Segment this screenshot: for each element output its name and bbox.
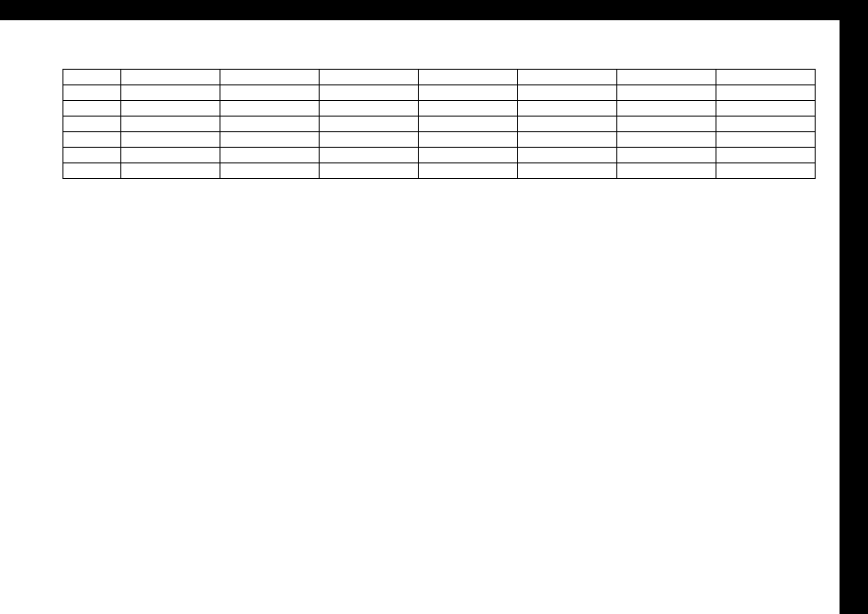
table-row bbox=[63, 101, 816, 117]
table-cell bbox=[320, 117, 419, 132]
table-cell bbox=[220, 132, 320, 148]
table-cell bbox=[518, 132, 617, 148]
table-cell bbox=[63, 70, 121, 85]
table-cell bbox=[220, 101, 320, 117]
table-cell bbox=[716, 148, 816, 163]
table-cell bbox=[320, 85, 419, 101]
table-cell bbox=[121, 70, 220, 85]
table-cell bbox=[63, 163, 121, 179]
table-container bbox=[62, 69, 814, 179]
table-cell bbox=[220, 85, 320, 101]
table-cell bbox=[320, 70, 419, 85]
table-row bbox=[63, 85, 816, 101]
table-row bbox=[63, 132, 816, 148]
table-cell bbox=[716, 101, 816, 117]
table-cell bbox=[220, 163, 320, 179]
table-cell bbox=[617, 163, 716, 179]
data-table bbox=[62, 69, 816, 179]
table-cell bbox=[320, 163, 419, 179]
table-cell bbox=[518, 85, 617, 101]
table-cell bbox=[716, 163, 816, 179]
table-cell bbox=[419, 148, 518, 163]
table-cell bbox=[518, 117, 617, 132]
table-row bbox=[63, 148, 816, 163]
table-cell bbox=[716, 117, 816, 132]
table-cell bbox=[121, 148, 220, 163]
document-page bbox=[0, 20, 840, 614]
table-cell bbox=[716, 70, 816, 85]
table-body bbox=[63, 70, 816, 179]
table-cell bbox=[419, 163, 518, 179]
table-cell bbox=[419, 132, 518, 148]
table-cell bbox=[121, 101, 220, 117]
table-cell bbox=[617, 101, 716, 117]
table-cell bbox=[716, 132, 816, 148]
table-cell bbox=[419, 101, 518, 117]
table-row bbox=[63, 117, 816, 132]
table-cell bbox=[220, 117, 320, 132]
table-cell bbox=[518, 163, 617, 179]
table-cell bbox=[63, 148, 121, 163]
table-cell bbox=[320, 101, 419, 117]
table-cell bbox=[121, 132, 220, 148]
table-cell bbox=[617, 70, 716, 85]
table-cell bbox=[220, 70, 320, 85]
table-cell bbox=[518, 101, 617, 117]
table-cell bbox=[121, 117, 220, 132]
table-cell bbox=[419, 70, 518, 85]
table-cell bbox=[617, 85, 716, 101]
table-cell bbox=[617, 117, 716, 132]
table-cell bbox=[518, 70, 617, 85]
table-cell bbox=[121, 85, 220, 101]
table-cell bbox=[617, 132, 716, 148]
table-cell bbox=[220, 148, 320, 163]
table-cell bbox=[63, 101, 121, 117]
table-cell bbox=[121, 163, 220, 179]
table-cell bbox=[63, 85, 121, 101]
table-cell bbox=[518, 148, 617, 163]
table-cell bbox=[320, 148, 419, 163]
table-row bbox=[63, 163, 816, 179]
table-cell bbox=[63, 132, 121, 148]
table-cell bbox=[419, 117, 518, 132]
table-row bbox=[63, 70, 816, 85]
table-cell bbox=[716, 85, 816, 101]
table-cell bbox=[63, 117, 121, 132]
table-cell bbox=[419, 85, 518, 101]
table-cell bbox=[617, 148, 716, 163]
table-cell bbox=[320, 132, 419, 148]
